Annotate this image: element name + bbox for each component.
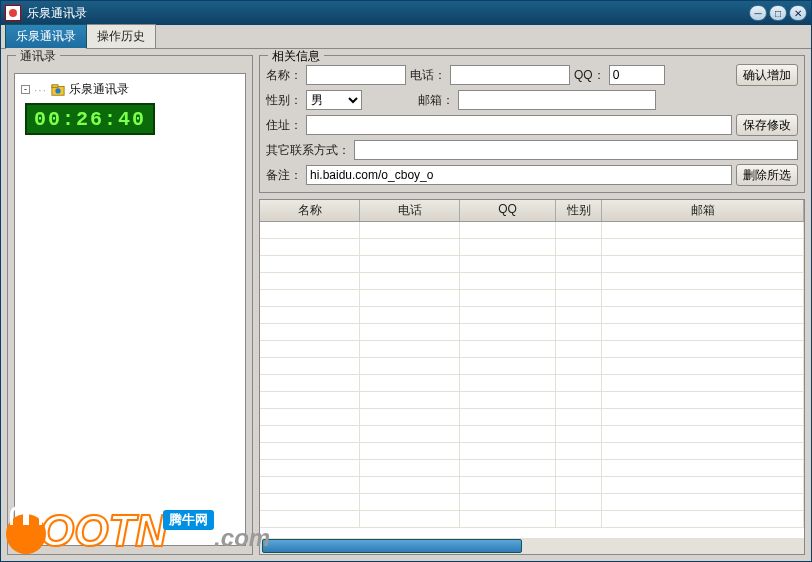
table-row[interactable] [260,256,804,273]
table-row[interactable] [260,443,804,460]
left-group-title: 通讯录 [16,49,60,65]
col-mail[interactable]: 邮箱 [602,200,804,221]
tree-root-label: 乐泉通讯录 [69,81,129,98]
table-row[interactable] [260,307,804,324]
left-panel: 通讯录 - ··· 乐泉通讯录 00:26:40 [7,55,253,555]
tab-contacts[interactable]: 乐泉通讯录 [5,24,87,49]
table-row[interactable] [260,341,804,358]
table-row[interactable] [260,460,804,477]
addr-input[interactable] [306,115,732,135]
table-row[interactable] [260,358,804,375]
table-row[interactable] [260,239,804,256]
app-window: 乐泉通讯录 ─ □ ✕ 乐泉通讯录 操作历史 通讯录 - ··· 乐泉通讯录 0… [0,0,812,562]
svg-point-2 [55,88,60,93]
tab-history[interactable]: 操作历史 [86,24,156,48]
table-row[interactable] [260,477,804,494]
folder-icon [51,83,65,97]
app-icon [5,5,21,21]
addr-label: 住址： [266,117,302,134]
horizontal-scrollbar[interactable] [260,538,804,554]
other-label: 其它联系方式： [266,142,350,159]
col-sex[interactable]: 性别 [556,200,602,221]
window-title: 乐泉通讯录 [27,5,749,22]
tel-input[interactable] [450,65,570,85]
table-row[interactable] [260,222,804,239]
note-label: 备注： [266,167,302,184]
table-row[interactable] [260,494,804,511]
sex-select[interactable]: 男 [306,90,362,110]
table-row[interactable] [260,273,804,290]
mail-label: 邮箱： [418,92,454,109]
delete-button[interactable]: 删除所选 [736,164,798,186]
svg-rect-1 [52,84,58,87]
col-tel[interactable]: 电话 [360,200,460,221]
sex-label: 性别： [266,92,302,109]
table-row[interactable] [260,392,804,409]
save-button[interactable]: 保存修改 [736,114,798,136]
scrollbar-thumb[interactable] [262,539,522,553]
col-name[interactable]: 名称 [260,200,360,221]
table-row[interactable] [260,290,804,307]
grid-body[interactable] [260,222,804,538]
table-row[interactable] [260,375,804,392]
qq-label: QQ： [574,67,605,84]
right-panel: 相关信息 名称： 电话： QQ： 确认增加 性别： [259,55,805,555]
note-input[interactable] [306,165,732,185]
contacts-grid: 名称 电话 QQ 性别 邮箱 [259,199,805,555]
tree-toggle-icon[interactable]: - [21,85,30,94]
titlebar: 乐泉通讯录 ─ □ ✕ [1,1,811,25]
minimize-button[interactable]: ─ [749,5,767,21]
table-row[interactable] [260,324,804,341]
mail-input[interactable] [458,90,656,110]
info-group: 相关信息 名称： 电话： QQ： 确认增加 性别： [259,55,805,193]
grid-header: 名称 电话 QQ 性别 邮箱 [260,200,804,222]
tel-label: 电话： [410,67,446,84]
other-input[interactable] [354,140,798,160]
table-row[interactable] [260,426,804,443]
close-button[interactable]: ✕ [789,5,807,21]
name-input[interactable] [306,65,406,85]
tree-root-item[interactable]: - ··· 乐泉通讯录 [19,80,241,99]
qq-input[interactable] [609,65,665,85]
name-label: 名称： [266,67,302,84]
tabstrip: 乐泉通讯录 操作历史 [1,25,811,49]
contacts-tree[interactable]: - ··· 乐泉通讯录 00:26:40 [14,73,246,546]
table-row[interactable] [260,409,804,426]
info-group-title: 相关信息 [268,49,324,65]
col-qq[interactable]: QQ [460,200,556,221]
add-button[interactable]: 确认增加 [736,64,798,86]
table-row[interactable] [260,511,804,528]
maximize-button[interactable]: □ [769,5,787,21]
digital-clock: 00:26:40 [25,103,155,135]
